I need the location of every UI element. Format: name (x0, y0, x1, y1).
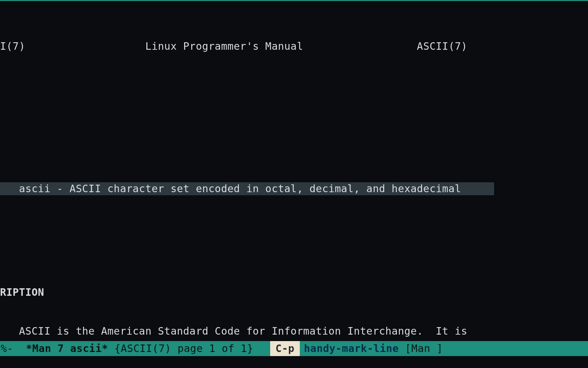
blank-line (0, 92, 588, 105)
manpage-header-spacer2 (303, 40, 417, 52)
manpage-header-spacer1 (25, 40, 145, 52)
manpage-header-center: Linux Programmer's Manual (145, 40, 303, 52)
manpage-header-right: ASCII(7) (417, 40, 468, 52)
section-description-head: RIPTION (0, 286, 588, 299)
manpage-header: I(7) Linux Programmer's Manual ASCII(7) (0, 40, 588, 53)
description-line: ASCII is the American Standard Code for … (0, 325, 588, 338)
manpage-header-left: I(7) (0, 40, 25, 52)
modeline-status: %- (0, 342, 20, 355)
emacs-modeline[interactable]: %- *Man 7 ascii* {ASCII(7) page 1 of 1} … (0, 341, 588, 356)
blank-line (0, 131, 588, 143)
name-line-highlighted: ascii - ASCII character set encoded in o… (0, 182, 494, 195)
modeline-buffer-name[interactable]: *Man 7 ascii* (20, 342, 114, 355)
modeline-spacer (253, 342, 266, 355)
echo-area[interactable]: set (0, 356, 588, 368)
modeline-page-info: {ASCII(7) page 1 of 1} (114, 342, 253, 355)
modeline-keybinding-badge: C-p (270, 341, 300, 356)
blank-line (0, 234, 588, 247)
terminal-viewport[interactable]: I(7) Linux Programmer's Manual ASCII(7) … (0, 0, 588, 368)
modeline-command-name: handy-mark-line (304, 342, 398, 355)
modeline-major-mode: [Man ] (399, 342, 443, 355)
